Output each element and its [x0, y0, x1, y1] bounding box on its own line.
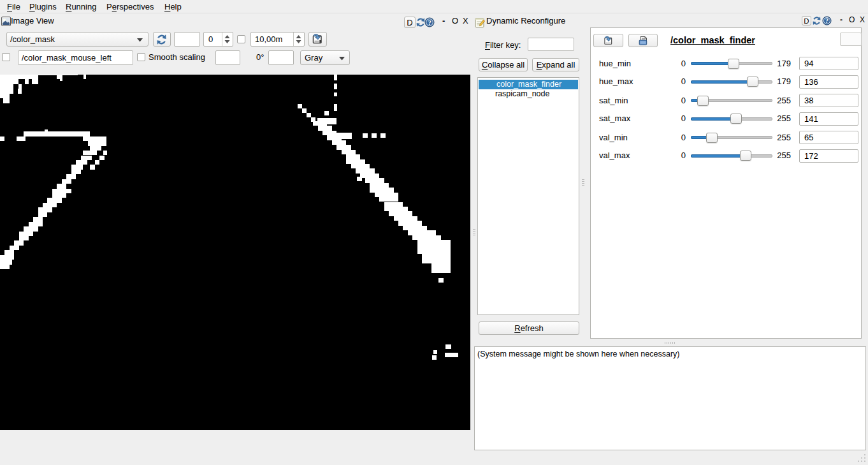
svg-text:?: ? [825, 17, 828, 24]
svg-text:?: ? [428, 19, 431, 26]
